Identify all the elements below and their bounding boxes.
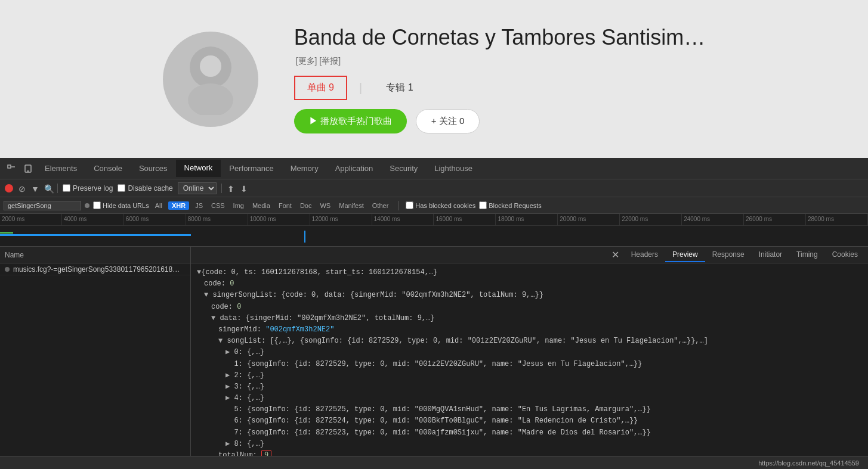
filter-css[interactable]: CSS xyxy=(209,201,227,210)
tab-response[interactable]: Response xyxy=(705,248,752,262)
preview-close-button[interactable]: ✕ xyxy=(607,249,624,260)
tick-7: 14000 ms xyxy=(372,214,434,225)
json-line-16: totalNum: 9 xyxy=(197,450,862,456)
tab-headers[interactable]: Headers xyxy=(624,248,665,262)
tab-divider: | xyxy=(359,81,362,95)
filter-font[interactable]: Font xyxy=(276,201,294,210)
artist-avatar xyxy=(163,32,258,127)
follow-button[interactable]: + 关注 0 xyxy=(416,109,480,133)
tab-initiator[interactable]: Initiator xyxy=(752,248,789,262)
filter-media[interactable]: Media xyxy=(250,201,273,210)
json-line-6: ▼ songList: [{,…}, {songInfo: {id: 82725… xyxy=(197,336,862,347)
network-item[interactable]: musics.fcg?-=getSingerSong53380117965201… xyxy=(0,263,190,275)
filter-other[interactable]: Other xyxy=(370,201,391,210)
search-icon[interactable]: 🔍 xyxy=(44,184,52,192)
json-line-1: code: 0 xyxy=(197,278,862,290)
tick-2: 4000 ms xyxy=(62,214,124,225)
tab-album[interactable]: 专辑 1 xyxy=(374,77,425,99)
tick-14: 28000 ms xyxy=(806,214,868,225)
artist-actions: ▶ 播放歌手热门歌曲 + 关注 0 xyxy=(294,109,706,133)
json-line-3: code: 0 xyxy=(197,302,862,313)
record-button[interactable] xyxy=(5,184,13,192)
tab-security[interactable]: Security xyxy=(381,160,426,176)
blocked-requests-checkbox[interactable] xyxy=(479,201,487,209)
filter-img[interactable]: Img xyxy=(231,201,246,210)
timeline-bar-green xyxy=(0,232,13,234)
json-line-9: ▶ 2: {,…} xyxy=(197,370,862,381)
tab-cookies[interactable]: Cookies xyxy=(825,248,865,262)
tab-timing[interactable]: Timing xyxy=(789,248,825,262)
tick-8: 16000 ms xyxy=(434,214,496,225)
filter-status-dot xyxy=(85,203,89,208)
json-line-14: 7: {songInfo: {id: 8272523, type: 0, mid… xyxy=(197,427,862,439)
json-line-15: ▶ 8: {,…} xyxy=(197,439,862,450)
toolbar-divider-1 xyxy=(57,184,58,193)
tab-application[interactable]: Application xyxy=(327,160,382,176)
item-dot xyxy=(5,267,10,272)
status-url: https://blog.csdn.net/qq_45414559 xyxy=(758,459,859,467)
tick-10: 20000 ms xyxy=(558,214,620,225)
artist-info: Banda de Cornetas y Tambores Santisim… [… xyxy=(294,25,706,133)
filter-ws[interactable]: WS xyxy=(317,201,333,210)
export-icon[interactable]: ⬇ xyxy=(240,184,248,192)
has-blocked-cookies-checkbox[interactable] xyxy=(406,201,413,209)
json-preview[interactable]: ▼{code: 0, ts: 1601212678168, start_ts: … xyxy=(191,263,868,456)
timeline-marker xyxy=(304,231,305,243)
tab-network[interactable]: Network xyxy=(176,160,221,177)
clear-icon[interactable]: ⊘ xyxy=(18,184,26,192)
tab-sources[interactable]: Sources xyxy=(131,160,176,176)
preserve-log-checkbox[interactable] xyxy=(63,184,70,192)
hide-data-urls-checkbox[interactable] xyxy=(93,201,101,209)
throttle-select[interactable]: Online xyxy=(178,182,217,194)
tick-13: 26000 ms xyxy=(744,214,806,225)
status-bar: https://blog.csdn.net/qq_45414559 xyxy=(0,456,868,469)
tick-9: 18000 ms xyxy=(496,214,558,225)
filter-all[interactable]: All xyxy=(153,201,165,210)
timeline-ruler: 2000 ms 4000 ms 6000 ms 8000 ms 10000 ms… xyxy=(0,214,868,226)
tab-preview[interactable]: Preview xyxy=(665,248,705,262)
tab-lighthouse[interactable]: Lighthouse xyxy=(426,160,481,176)
preview-tab-bar: ✕ Headers Preview Response Initiator Tim… xyxy=(191,247,868,263)
artist-links: [更多] [举报] xyxy=(294,56,706,67)
toolbar-divider-2 xyxy=(221,184,222,193)
timeline: 2000 ms 4000 ms 6000 ms 8000 ms 10000 ms… xyxy=(0,214,868,247)
timeline-bars xyxy=(0,226,868,247)
tab-console[interactable]: Console xyxy=(85,160,131,176)
preserve-log-label[interactable]: Preserve log xyxy=(63,184,113,192)
json-line-12: 5: {songInfo: {id: 8272525, type: 0, mid… xyxy=(197,404,862,415)
filter-input[interactable] xyxy=(4,201,81,210)
svg-rect-3 xyxy=(8,165,11,168)
filter-manifest[interactable]: Manifest xyxy=(336,201,366,210)
tick-11: 22000 ms xyxy=(620,214,682,225)
tick-12: 24000 ms xyxy=(682,214,744,225)
play-button[interactable]: ▶ 播放歌手热门歌曲 xyxy=(294,109,407,133)
json-line-8: 1: {songInfo: {id: 8272529, type: 0, mid… xyxy=(197,359,862,370)
json-line-0: ▼{code: 0, ts: 1601212678168, start_ts: … xyxy=(197,267,862,278)
blocked-requests-label[interactable]: Blocked Requests xyxy=(479,201,542,209)
tab-memory[interactable]: Memory xyxy=(282,160,327,176)
filter-js[interactable]: JS xyxy=(193,201,205,210)
json-line-10: ▶ 3: {,…} xyxy=(197,381,862,393)
tab-single[interactable]: 单曲 9 xyxy=(294,76,347,100)
disable-cache-checkbox[interactable] xyxy=(118,184,125,192)
filter-icon[interactable]: ▼ xyxy=(31,184,39,192)
name-panel: Name musics.fcg?-=getSingerSong533801179… xyxy=(0,247,191,456)
device-icon[interactable] xyxy=(20,160,36,177)
name-header: Name xyxy=(0,247,190,263)
hide-data-urls-label[interactable]: Hide data URLs xyxy=(93,201,149,209)
timeline-bar-blue xyxy=(0,234,191,236)
import-icon[interactable]: ⬆ xyxy=(227,184,235,192)
disable-cache-label[interactable]: Disable cache xyxy=(118,184,172,192)
tick-1: 2000 ms xyxy=(0,214,62,225)
filter-xhr[interactable]: XHR xyxy=(168,201,189,210)
artist-tabs: 单曲 9 | 专辑 1 xyxy=(294,76,706,100)
tab-elements[interactable]: Elements xyxy=(36,160,85,176)
tick-6: 12000 ms xyxy=(310,214,372,225)
inspect-icon[interactable] xyxy=(3,160,20,177)
tab-performance[interactable]: Performance xyxy=(221,160,282,176)
svg-point-1 xyxy=(188,83,233,115)
has-blocked-cookies-label[interactable]: Has blocked cookies xyxy=(406,201,475,209)
svg-point-2 xyxy=(200,55,221,77)
filter-doc[interactable]: Doc xyxy=(298,201,314,210)
page-area: Banda de Cornetas y Tambores Santisim… [… xyxy=(0,0,868,158)
